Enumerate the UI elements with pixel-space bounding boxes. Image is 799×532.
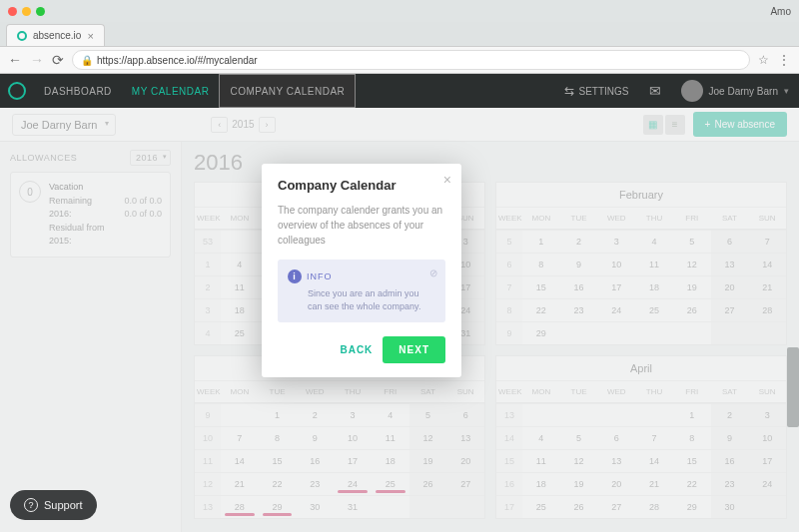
calendar-day[interactable]: 22 (259, 472, 297, 495)
calendar-day[interactable]: 23 (711, 472, 749, 495)
calendar-day[interactable]: 23 (560, 298, 598, 321)
calendar-day[interactable]: 17 (597, 275, 635, 298)
calendar-day[interactable] (597, 321, 635, 344)
calendar-day[interactable]: 29 (522, 321, 560, 344)
nav-settings[interactable]: SETTINGS (554, 84, 639, 98)
calendar-day[interactable] (748, 321, 786, 344)
calendar-day[interactable]: 8 (673, 426, 711, 449)
bookmark-icon[interactable]: ☆ (758, 53, 769, 67)
calendar-day[interactable] (522, 403, 560, 426)
calendar-day[interactable]: 9 (296, 426, 334, 449)
calendar-day[interactable]: 18 (635, 275, 673, 298)
calendar-day[interactable]: 25 (372, 472, 409, 495)
calendar-day[interactable]: 25 (522, 495, 560, 518)
calendar-day[interactable]: 17 (748, 449, 786, 472)
calendar-day[interactable]: 4 (221, 253, 259, 275)
calendar-day[interactable] (597, 403, 635, 426)
calendar-day[interactable]: 10 (334, 426, 372, 449)
grid-view-button[interactable]: ▦ (643, 115, 663, 135)
calendar-day[interactable]: 22 (522, 298, 560, 321)
calendar-day[interactable] (748, 495, 786, 518)
calendar-day[interactable]: 3 (597, 230, 635, 253)
calendar-day[interactable]: 10 (597, 253, 635, 275)
calendar-day[interactable]: 2 (560, 230, 598, 253)
calendar-day[interactable]: 7 (221, 426, 259, 449)
next-button[interactable]: NEXT (383, 336, 445, 363)
calendar-day[interactable]: 3 (334, 403, 372, 426)
calendar-day[interactable] (372, 495, 409, 518)
calendar-day[interactable]: 15 (522, 275, 560, 298)
calendar-day[interactable] (560, 403, 598, 426)
calendar-day[interactable]: 19 (673, 275, 711, 298)
menu-icon[interactable]: ⋮ (777, 52, 791, 68)
calendar-day[interactable]: 1 (522, 230, 560, 253)
calendar-day[interactable]: 25 (635, 298, 673, 321)
back-button[interactable]: BACK (340, 344, 373, 355)
calendar-day[interactable] (635, 403, 673, 426)
calendar-day[interactable]: 19 (409, 449, 447, 472)
traffic-lights[interactable] (8, 7, 45, 16)
nav-company-calendar[interactable]: COMPANY CALENDAR (219, 74, 356, 108)
year-next-icon[interactable]: › (259, 117, 276, 133)
user-filter-select[interactable]: Joe Darny Barn (12, 114, 116, 136)
calendar-day[interactable]: 5 (409, 403, 447, 426)
user-menu[interactable]: Joe Darny Barn ▾ (671, 80, 799, 102)
calendar-day[interactable]: 11 (221, 275, 259, 298)
calendar-day[interactable]: 1 (259, 403, 297, 426)
calendar-day[interactable]: 28 (748, 298, 786, 321)
calendar-day[interactable]: 7 (635, 426, 673, 449)
calendar-day[interactable] (221, 403, 259, 426)
maximize-window-icon[interactable] (36, 7, 45, 16)
calendar-day[interactable]: 9 (711, 426, 749, 449)
calendar-day[interactable]: 26 (560, 495, 598, 518)
calendar-day[interactable]: 12 (560, 449, 598, 472)
calendar-day[interactable]: 30 (711, 495, 749, 518)
app-logo-icon[interactable] (0, 74, 34, 108)
calendar-day[interactable]: 24 (334, 472, 372, 495)
calendar-day[interactable]: 16 (296, 449, 334, 472)
calendar-day[interactable]: 27 (597, 495, 635, 518)
calendar-day[interactable]: 31 (334, 495, 372, 518)
calendar-day[interactable]: 21 (748, 275, 786, 298)
calendar-day[interactable]: 5 (673, 230, 711, 253)
calendar-day[interactable]: 14 (635, 449, 673, 472)
nav-my-calendar[interactable]: MY CALENDAR (122, 74, 220, 108)
modal-close-icon[interactable]: × (443, 172, 451, 188)
mail-icon[interactable]: ✉ (639, 83, 671, 99)
calendar-day[interactable]: 24 (748, 472, 786, 495)
calendar-day[interactable]: 4 (372, 403, 409, 426)
calendar-day[interactable]: 21 (221, 472, 259, 495)
calendar-day[interactable] (560, 321, 598, 344)
support-button[interactable]: ? Support (10, 490, 97, 520)
calendar-day[interactable]: 13 (711, 253, 749, 275)
calendar-day[interactable]: 10 (748, 426, 786, 449)
calendar-day[interactable]: 13 (446, 426, 484, 449)
calendar-day[interactable]: 11 (635, 253, 673, 275)
calendar-day[interactable]: 6 (597, 426, 635, 449)
calendar-day[interactable]: 17 (334, 449, 372, 472)
calendar-day[interactable]: 15 (673, 449, 711, 472)
calendar-day[interactable]: 12 (673, 253, 711, 275)
calendar-day[interactable]: 11 (522, 449, 560, 472)
calendar-day[interactable]: 4 (635, 230, 673, 253)
calendar-day[interactable]: 8 (259, 426, 297, 449)
minimize-window-icon[interactable] (22, 7, 31, 16)
calendar-day[interactable]: 12 (409, 426, 447, 449)
calendar-day[interactable]: 20 (446, 449, 484, 472)
calendar-day[interactable]: 2 (711, 403, 749, 426)
calendar-day[interactable] (409, 495, 447, 518)
calendar-day[interactable]: 14 (221, 449, 259, 472)
calendar-day[interactable]: 11 (372, 426, 409, 449)
calendar-day[interactable]: 8 (522, 253, 560, 275)
calendar-day[interactable]: 19 (560, 472, 598, 495)
info-close-icon[interactable]: ⊘ (429, 267, 437, 278)
calendar-day[interactable]: 22 (673, 472, 711, 495)
calendar-day[interactable] (673, 321, 711, 344)
nav-dashboard[interactable]: DASHBOARD (34, 74, 122, 108)
calendar-day[interactable]: 20 (597, 472, 635, 495)
scrollbar-thumb[interactable] (787, 347, 799, 427)
calendar-day[interactable]: 26 (409, 472, 447, 495)
allowance-year-select[interactable]: 2016 (130, 150, 171, 166)
calendar-day[interactable]: 5 (560, 426, 598, 449)
back-icon[interactable]: ← (8, 52, 22, 68)
